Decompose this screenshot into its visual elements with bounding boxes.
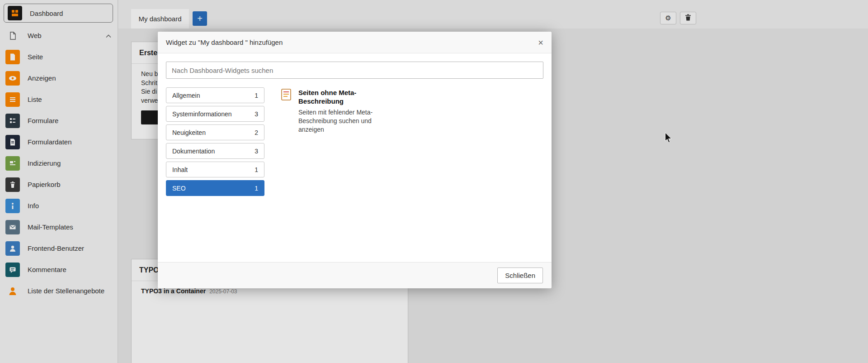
category-label: Neuigkeiten [172,129,206,136]
category-count: 2 [255,129,258,136]
modal-title: Widget zu "My dashboard " hinzufügen [166,38,283,46]
category-systeminformationen[interactable]: Systeminformationen 3 [166,106,264,122]
category-label: SEO [172,185,186,192]
category-dokumentation[interactable]: Dokumentation 3 [166,143,264,159]
category-inhalt[interactable]: Inhalt 1 [166,162,264,177]
category-allgemein[interactable]: Allgemein 1 [166,87,264,103]
widget-search-input[interactable] [166,62,543,79]
category-count: 1 [255,166,258,173]
modal-footer: Schließen [158,262,552,288]
category-label: Dokumentation [172,148,215,155]
category-count: 1 [255,185,258,192]
report-list-icon [280,88,292,134]
widget-category-list: Allgemein 1 Systeminformationen 3 Neuigk… [166,87,264,196]
schliessen-button[interactable]: Schließen [497,267,543,283]
widget-title: Seiten ohne Meta-Beschreibung [298,88,382,105]
category-neuigkeiten[interactable]: Neuigkeiten 2 [166,124,264,140]
category-label: Systeminformationen [172,110,232,118]
modal-columns: Allgemein 1 Systeminformationen 3 Neuigk… [166,87,543,196]
modal-header: Widget zu "My dashboard " hinzufügen × [158,32,552,53]
typo3-backend: Dashboard Web Seite Anzeigen [0,0,868,363]
close-icon[interactable]: × [538,38,543,47]
widget-description: Seiten mit fehlender Meta-Beschreibung s… [298,108,382,134]
category-count: 3 [255,148,258,155]
widget-text: Seiten ohne Meta-Beschreibung Seiten mit… [298,88,382,134]
category-count: 3 [255,110,258,118]
category-label: Allgemein [172,92,200,99]
widget-item-pages-without-meta[interactable]: Seiten ohne Meta-Beschreibung Seiten mit… [280,88,388,134]
add-widget-modal: Widget zu "My dashboard " hinzufügen × A… [158,32,552,288]
widget-list: Seiten ohne Meta-Beschreibung Seiten mit… [280,87,543,196]
category-seo[interactable]: SEO 1 [166,180,264,196]
modal-body: Allgemein 1 Systeminformationen 3 Neuigk… [158,53,552,262]
category-count: 1 [255,92,258,99]
category-label: Inhalt [172,166,188,173]
